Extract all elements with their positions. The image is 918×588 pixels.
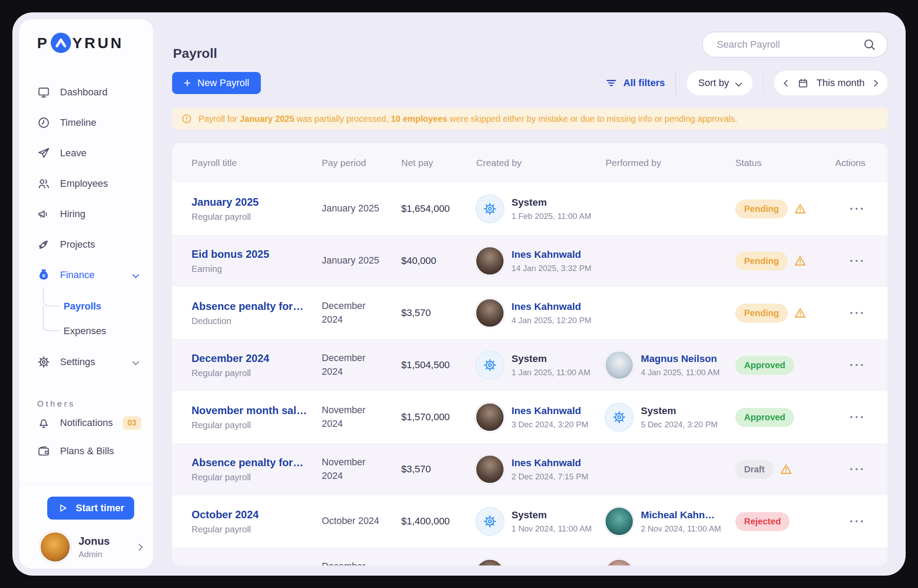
- row-actions-menu[interactable]: ···: [850, 463, 865, 476]
- sidebar-item-timeline[interactable]: Timeline: [19, 107, 153, 138]
- row-actions-menu[interactable]: ···: [850, 515, 865, 528]
- sidebar-item-projects[interactable]: Projects: [19, 229, 153, 260]
- pay-period: January 2025: [322, 254, 401, 268]
- all-filters-button[interactable]: All filters: [605, 77, 665, 89]
- chevron-left-icon[interactable]: [784, 79, 791, 87]
- sidebar-item-settings[interactable]: Settings: [19, 347, 153, 377]
- performed-by: Micheal Kahn…2 Nov 2024, 11:00 AM: [606, 508, 735, 535]
- period-label: This month: [816, 77, 865, 89]
- payroll-title-link[interactable]: Eid bonus 2025: [192, 248, 322, 260]
- sidebar-item-dashboard[interactable]: Dashboard: [19, 77, 153, 107]
- wallet-icon: [37, 445, 50, 458]
- play-icon: [57, 502, 68, 514]
- megaphone-icon: [37, 207, 50, 221]
- payroll-title-link[interactable]: November month sal…: [192, 404, 322, 417]
- performed-by: System5 Dec 2024, 3:20 PM: [606, 403, 735, 431]
- avatar: [476, 247, 504, 275]
- creator-name[interactable]: Ines Kahnwald: [512, 457, 588, 469]
- search-icon[interactable]: [862, 38, 877, 52]
- sort-by-dropdown[interactable]: Sort by: [687, 71, 752, 95]
- net-pay: $1,400,000: [401, 516, 476, 527]
- row-actions-menu[interactable]: ···: [850, 306, 865, 320]
- sidebar-item-payrolls[interactable]: Payrolls: [64, 301, 102, 312]
- net-pay: $40,000: [401, 255, 476, 267]
- brand-rest: YRUN: [72, 34, 124, 52]
- sidebar-item-plans-bills[interactable]: Plans & Bills: [19, 437, 153, 465]
- table-row[interactable]: Eid bonus 2025 Earning January 2025 $40,…: [172, 235, 888, 287]
- payroll-title-link[interactable]: Absence penalty for…: [192, 300, 322, 313]
- table-row[interactable]: December 2024 Regular payroll December 2…: [172, 339, 888, 391]
- clock-icon: [37, 116, 50, 129]
- sidebar-item-notifications[interactable]: Notifications 03: [19, 409, 153, 437]
- created-date: 14 Jan 2025, 3:32 PM: [512, 264, 591, 273]
- status-cell: Rejected: [735, 512, 824, 531]
- sidebar-item-label: Leave: [60, 147, 87, 159]
- table-row[interactable]: January 2025 Regular payroll January 202…: [172, 183, 888, 235]
- created-date: 1 Jan 2025, 11:00 AM: [512, 368, 591, 377]
- divider: [763, 71, 764, 95]
- created-by: Ines Kahnwald14 Jan 2025, 3:32 PM: [476, 247, 606, 275]
- payroll-title-link[interactable]: Absence penalty for…: [192, 456, 322, 469]
- sidebar-divider: [19, 484, 153, 485]
- payroll-title-link[interactable]: December 2024: [192, 352, 322, 365]
- table-row[interactable]: Absence penalty for… Regular payroll Nov…: [172, 443, 888, 495]
- profile-menu[interactable]: Jonus Admin: [41, 532, 142, 562]
- sidebar-item-label: Dashboard: [60, 87, 108, 98]
- status-badge: Pending: [735, 252, 788, 271]
- gear-icon: [37, 355, 50, 369]
- performed-date: 5 Dec 2024, 3:20 PM: [641, 420, 718, 430]
- sidebar-item-leave[interactable]: Leave: [19, 138, 153, 168]
- page-title: Payroll: [173, 46, 217, 61]
- performer-name[interactable]: Micheal Kahn…: [641, 509, 721, 521]
- column-header: Performed by: [606, 158, 735, 168]
- search-bar[interactable]: [702, 32, 888, 57]
- table-row[interactable]: Absence penalty for… Deduction December …: [172, 287, 888, 339]
- all-filters-label: All filters: [623, 77, 665, 89]
- row-actions-menu[interactable]: ···: [850, 254, 865, 268]
- column-header: Created by: [476, 158, 606, 168]
- table-row[interactable]: October 2024 Regular payroll October 202…: [172, 495, 888, 547]
- status-badge: Draft: [735, 460, 774, 479]
- pay-period: December 2024: [322, 351, 401, 379]
- payroll-table: Payroll title Pay period Net pay Created…: [172, 143, 888, 565]
- creator-name[interactable]: Ines Kahnwald: [512, 405, 588, 417]
- main-content: Payroll + New Payroll All filters Sort b…: [172, 12, 888, 576]
- sidebar-item-hiring[interactable]: Hiring: [19, 199, 153, 229]
- creator-name[interactable]: Ines Kahnwald: [512, 301, 591, 313]
- sidebar-item-finance[interactable]: Finance: [19, 260, 153, 290]
- created-by: System1 Jan 2025, 11:00 AM: [476, 351, 606, 379]
- performer-name[interactable]: Magnus Neilson: [641, 353, 720, 365]
- row-actions-menu[interactable]: ···: [850, 411, 865, 424]
- avatar: [476, 299, 504, 327]
- payroll-title-link[interactable]: October 2024: [192, 509, 322, 521]
- creator-name: System: [512, 353, 591, 365]
- status-badge: Pending: [735, 200, 788, 219]
- sort-by-label: Sort by: [698, 77, 729, 89]
- new-payroll-button[interactable]: + New Payroll: [172, 72, 261, 94]
- sidebar-item-label: Settings: [60, 356, 95, 368]
- performed-date: 2 Nov 2024, 11:00 AM: [641, 524, 721, 534]
- creator-name[interactable]: Ines Kahnwald: [512, 249, 591, 260]
- created-date: 2 Dec 2024, 7:15 PM: [512, 472, 588, 482]
- payroll-subtitle: Regular payroll: [192, 472, 322, 482]
- table-row[interactable]: November month sal… Regular payroll Nove…: [172, 391, 888, 443]
- row-actions-menu[interactable]: ···: [850, 358, 865, 372]
- row-actions-menu[interactable]: ···: [850, 202, 865, 215]
- chevron-right-icon: [136, 543, 143, 550]
- search-input[interactable]: [716, 38, 862, 51]
- sidebar-item-employees[interactable]: Employees: [19, 168, 153, 199]
- column-header: Net pay: [401, 158, 476, 168]
- payroll-title-link[interactable]: January 2025: [192, 196, 322, 208]
- pay-period: November 2024: [322, 403, 401, 431]
- created-date: 1 Feb 2025, 11:00 AM: [512, 211, 591, 221]
- start-timer-button[interactable]: Start timer: [47, 497, 134, 520]
- brand-logo: P YRUN: [19, 33, 153, 53]
- status-cell: Pending: [735, 252, 824, 271]
- period-selector[interactable]: This month: [774, 71, 888, 95]
- sidebar-item-label: Finance: [60, 269, 94, 281]
- profile-name: Jonus: [79, 535, 110, 547]
- app-frame: P YRUN Dashboard Timeline Leave Employee…: [12, 12, 906, 576]
- chevron-right-icon[interactable]: [871, 79, 878, 87]
- table-row[interactable]: Eid bonus 2024 December 2024 Ines Kahnwa…: [172, 547, 888, 565]
- sidebar-item-expenses[interactable]: Expenses: [64, 325, 106, 337]
